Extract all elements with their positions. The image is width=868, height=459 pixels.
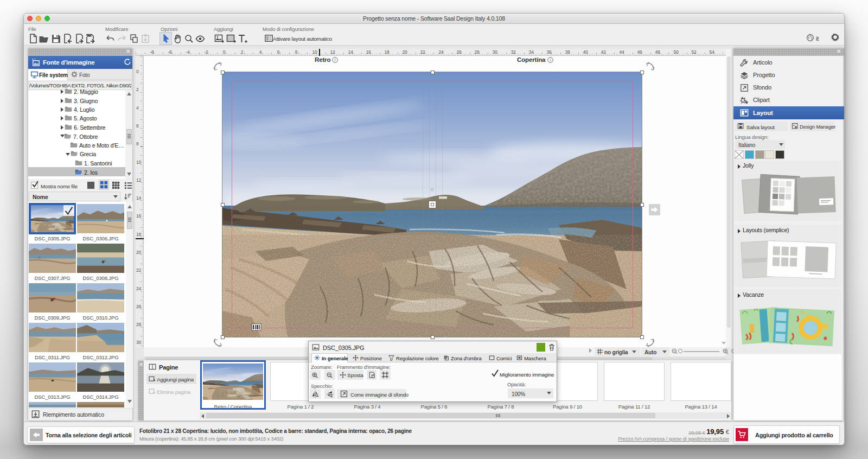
svg-text:i: i (550, 58, 551, 62)
svg-text:i: i (335, 58, 336, 62)
